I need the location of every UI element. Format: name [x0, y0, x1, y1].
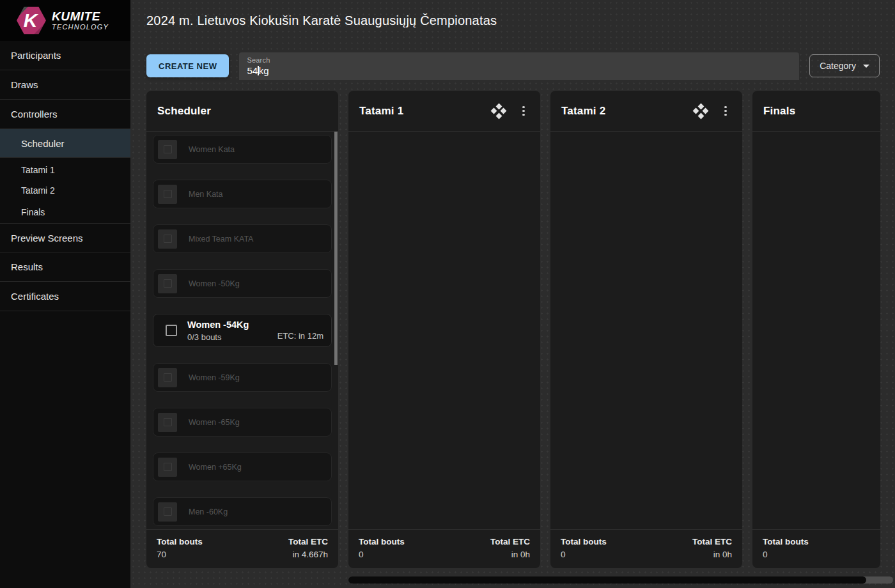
search-input-label: Search — [247, 56, 791, 64]
tatami-1-footer: Total bouts 0 Total ETC in 0h — [348, 529, 540, 568]
sidebar-item-tatami-1[interactable]: Tatami 1 — [0, 158, 130, 180]
scheduler-column-title: Scheduler — [157, 105, 327, 118]
tatami-2-body — [550, 132, 742, 529]
total-etc-group: Total ETC in 4.667h — [288, 537, 328, 559]
sidebar-item-label: Controllers — [11, 109, 58, 120]
total-etc-group: Total ETC in 0h — [490, 537, 530, 559]
category-card-text: Women -54Kg 0/3 bouts — [187, 320, 249, 342]
category-card-label: Women -59Kg — [189, 373, 240, 382]
category-card-mixed-team-kata[interactable]: Mixed Team KATA — [153, 224, 332, 253]
total-etc-group: Total ETC in 0h — [692, 537, 732, 559]
finals-column-title: Finals — [763, 105, 869, 118]
brand-logo: K KUMITE TECHNOLOGY — [0, 0, 130, 41]
category-card-women-kata[interactable]: Women Kata — [153, 135, 332, 164]
disabled-checkbox-icon — [158, 185, 177, 204]
search-input[interactable]: Search 54kg — [239, 52, 799, 80]
create-new-button[interactable]: CREATE NEW — [146, 54, 229, 77]
move-icon[interactable] — [694, 104, 708, 118]
disabled-checkbox-icon — [158, 368, 177, 387]
total-bouts-group: Total bouts 0 — [561, 537, 607, 559]
finals-footer: Total bouts 0 — [752, 529, 880, 568]
move-icon[interactable] — [492, 104, 506, 118]
total-bouts-label: Total bouts — [359, 537, 405, 546]
tatami-2-column-title: Tatami 2 — [561, 105, 694, 118]
sidebar-item-certificates[interactable]: Certificates — [0, 282, 130, 311]
scheduler-list: Women Kata Men Kata Mixed Team KATA Wome… — [146, 132, 338, 529]
category-filter-button[interactable]: Category — [809, 54, 880, 77]
sidebar-item-label: Participants — [11, 50, 61, 61]
category-filter-label: Category — [820, 61, 856, 71]
category-card-label: Women -50Kg — [189, 279, 240, 288]
category-card-women-plus65kg[interactable]: Women +65Kg — [153, 453, 332, 481]
sidebar-item-participants[interactable]: Participants — [0, 41, 130, 70]
total-etc-value: in 0h — [490, 550, 530, 559]
category-card-women-59kg[interactable]: Women -59Kg — [153, 363, 332, 392]
sidebar-item-label: Tatami 2 — [21, 185, 55, 196]
scheduler-column: Scheduler Women Kata Men Kata Mixed Team… — [146, 91, 338, 568]
category-card-women-65kg[interactable]: Women -65Kg — [153, 408, 332, 437]
total-bouts-label: Total bouts — [763, 537, 809, 546]
tatami-1-body — [348, 132, 540, 529]
total-etc-value: in 0h — [692, 550, 732, 559]
total-bouts-value: 70 — [157, 550, 203, 559]
category-card-etc: ETC: in 12m — [277, 331, 323, 341]
kumite-logo-icon: K — [17, 6, 46, 35]
sidebar-item-finals[interactable]: Finals — [0, 201, 130, 223]
more-options-icon[interactable] — [720, 104, 731, 118]
horizontal-scrollbar-thumb[interactable] — [348, 576, 866, 584]
tatami-2-column: Tatami 2 Total bouts 0 Total ETC in 0h — [550, 91, 742, 568]
scheduler-footer: Total bouts 70 Total ETC in 4.667h — [146, 529, 338, 568]
category-card-label: Women Kata — [189, 145, 235, 154]
disabled-checkbox-icon — [158, 274, 177, 293]
total-bouts-label: Total bouts — [157, 537, 203, 546]
tatami-2-header-icons — [694, 104, 731, 118]
search-input-value: 54kg — [247, 65, 791, 76]
horizontal-scrollbar[interactable] — [348, 576, 893, 584]
page-title: 2024 m. Lietuvos Kiokušin Karatė Suaugus… — [146, 13, 497, 28]
sidebar-item-results[interactable]: Results — [0, 252, 130, 282]
total-bouts-group: Total bouts 70 — [157, 537, 203, 559]
bottom-strip — [130, 568, 895, 588]
disabled-checkbox-icon — [158, 229, 177, 249]
total-etc-label: Total ETC — [490, 537, 530, 546]
scheduler-list-body: Women Kata Men Kata Mixed Team KATA Wome… — [146, 132, 338, 529]
sidebar-item-label: Certificates — [11, 291, 59, 302]
dropdown-arrow-icon — [863, 65, 869, 68]
finals-column: Finals Total bouts 0 — [752, 91, 880, 568]
total-bouts-value: 0 — [359, 550, 405, 559]
category-checkbox[interactable] — [166, 325, 177, 336]
total-etc-value: in 4.667h — [288, 550, 328, 559]
sidebar-item-tatami-2[interactable]: Tatami 2 — [0, 180, 130, 201]
category-card-bouts: 0/3 bouts — [187, 332, 249, 342]
total-bouts-label: Total bouts — [561, 537, 607, 546]
category-card-men-60kg[interactable]: Men -60Kg — [153, 497, 332, 526]
brand-tagline: TECHNOLOGY — [52, 23, 109, 31]
category-card-women-54kg[interactable]: Women -54Kg 0/3 bouts ETC: in 12m — [153, 314, 332, 347]
app-root: K KUMITE TECHNOLOGY Participants Draws C… — [0, 0, 895, 588]
sidebar-item-preview-screens[interactable]: Preview Screens — [0, 223, 130, 252]
tatami-1-column-header: Tatami 1 — [348, 91, 540, 132]
sidebar-item-label: Finals — [21, 207, 45, 217]
sidebar-item-controllers[interactable]: Controllers — [0, 100, 130, 129]
sidebar-item-scheduler[interactable]: Scheduler — [0, 129, 130, 158]
sidebar-item-label: Results — [11, 261, 43, 272]
finals-column-header: Finals — [752, 91, 880, 132]
category-card-women-50kg[interactable]: Women -50Kg — [153, 269, 332, 298]
tatami-2-column-header: Tatami 2 — [550, 91, 742, 132]
sidebar: K KUMITE TECHNOLOGY Participants Draws C… — [0, 0, 130, 588]
finals-body — [752, 132, 880, 529]
main-area: 2024 m. Lietuvos Kiokušin Karatė Suaugus… — [130, 0, 895, 588]
scheduler-vertical-scrollbar[interactable] — [334, 132, 338, 365]
disabled-checkbox-icon — [158, 413, 177, 432]
sidebar-item-draws[interactable]: Draws — [0, 70, 130, 100]
sidebar-item-label: Draws — [11, 79, 38, 90]
more-options-icon[interactable] — [518, 104, 529, 118]
tatami-1-column-title: Tatami 1 — [359, 105, 492, 118]
tatami-2-footer: Total bouts 0 Total ETC in 0h — [550, 529, 742, 568]
sidebar-item-label: Scheduler — [21, 138, 65, 149]
disabled-checkbox-icon — [158, 502, 177, 522]
brand-name: KUMITE — [52, 10, 109, 23]
sidebar-nav: Participants Draws Controllers Scheduler… — [0, 41, 130, 311]
category-card-men-kata[interactable]: Men Kata — [153, 180, 332, 208]
category-card-label: Mixed Team KATA — [189, 235, 253, 244]
